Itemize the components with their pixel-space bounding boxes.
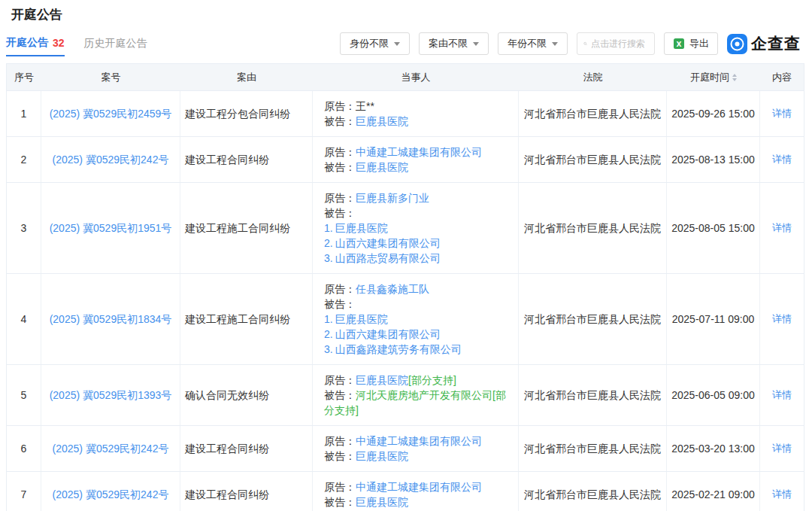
party-role-label: 原告： [324,435,356,447]
table-row: 4(2025) 冀0529民初1834号建设工程施工合同纠纷原告：任县鑫淼施工队… [7,274,804,365]
defendant-list-item: 1.巨鹿县医院 [324,312,388,327]
search-input[interactable] [591,38,648,49]
year-filter-dropdown[interactable]: 年份不限 [498,32,568,55]
party-link[interactable]: 巨鹿县医院 [356,450,408,462]
row-index: 1 [7,91,41,136]
defendant-list-item: 3.山西路志贸易有限公司 [324,251,441,266]
content-cell: 详情 [760,91,804,136]
identity-filter-label: 身份不限 [350,37,389,50]
party-role-label: 被告： [324,207,356,219]
detail-link[interactable]: 详情 [772,221,792,236]
court-cell: 河北省邢台市巨鹿县人民法院 [519,91,667,136]
header-content: 内容 [760,64,804,90]
header-court: 法院 [519,64,667,90]
header-hearing-time-label: 开庭时间 [690,71,729,84]
detail-link[interactable]: 详情 [772,152,792,167]
export-button[interactable]: X 导出 [664,32,718,55]
defendant-number: 3. [324,252,333,264]
party-role-label: 原告： [324,192,356,204]
case-number-cell: (2025) 冀0529民初242号 [41,137,180,182]
detail-link[interactable]: 详情 [772,487,792,502]
parties-cell: 原告：中通建工城建集团有限公司被告：巨鹿县医院 [313,137,519,182]
content-cell: 详情 [760,472,804,511]
chevron-down-icon [394,42,400,46]
party-line: 被告：巨鹿县医院 [324,449,408,464]
defendant-list-item: 1.巨鹿县医院 [324,221,388,236]
hearing-time-cell: 2025-09-26 15:00 [667,91,760,136]
case-number-link[interactable]: (2025) 冀0529民初2459号 [50,106,172,121]
party-link[interactable]: 巨鹿县医院 [356,374,408,386]
court-cell: 河北省邢台市巨鹿县人民法院 [519,183,667,273]
parties-cell: 原告：王**被告：巨鹿县医院 [313,91,519,136]
party-line: 原告：中通建工城建集团有限公司 [324,144,482,160]
detail-link[interactable]: 详情 [772,106,792,121]
case-number-link[interactable]: (2025) 冀0529民初242号 [53,441,169,456]
party-link[interactable]: 中通建工城建集团有限公司 [356,146,482,158]
party-role-label: 原告： [324,146,356,158]
party-line: 原告：中通建工城建集团有限公司 [324,479,482,494]
party-link[interactable]: 巨鹿县医院 [356,496,408,508]
defendant-number: 3. [324,343,333,355]
parties-cell: 原告：巨鹿县医院[部分支持]被告：河北天鹿房地产开发有限公司[部分支持] [313,365,519,425]
case-number-link[interactable]: (2025) 冀0529民初242号 [53,487,169,502]
party-link[interactable]: 山西六建集团有限公司 [335,328,441,340]
party-link[interactable]: 中通建工城建集团有限公司 [356,481,482,493]
case-number-cell: (2025) 冀0529民初2459号 [41,91,180,136]
party-role-label: 原告： [324,374,356,386]
defendant-list-item: 2.山西六建集团有限公司 [324,236,441,251]
header-index: 序号 [7,64,41,90]
party-line: 原告：巨鹿县医院[部分支持] [324,373,456,388]
toolbar: 开庭公告 32 历史开庭公告 身份不限 案由不限 年份不限 [6,31,806,56]
party-link[interactable]: 巨鹿县新多门业 [356,192,429,204]
party-link[interactable]: 中通建工城建集团有限公司 [356,435,482,447]
party-link[interactable]: 山西路志贸易有限公司 [335,252,441,264]
cause-cell: 建设工程分包合同纠纷 [180,91,313,136]
tabs: 开庭公告 32 历史开庭公告 [6,31,167,56]
chevron-down-icon [473,42,479,46]
sort-icon[interactable] [732,74,737,81]
defendant-number: 1. [324,313,333,325]
case-number-link[interactable]: (2025) 冀0529民初1834号 [50,312,172,327]
parties-cell: 原告：巨鹿县新多门业被告：1.巨鹿县医院2.山西六建集团有限公司3.山西路志贸易… [313,183,519,273]
cause-filter-dropdown[interactable]: 案由不限 [419,32,489,55]
case-number-link[interactable]: (2025) 冀0529民初1951号 [50,221,172,236]
party-link[interactable]: 巨鹿县医院 [356,115,408,127]
case-number-link[interactable]: (2025) 冀0529民初1393号 [50,388,172,403]
party-link[interactable]: 巨鹿县医院 [335,222,388,234]
table-row: 5(2025) 冀0529民初1393号确认合同无效纠纷原告：巨鹿县医院[部分支… [7,365,804,426]
hearing-time-cell: 2025-06-05 09:00 [667,365,760,425]
party-link[interactable]: 巨鹿县医院 [356,161,408,173]
header-hearing-time[interactable]: 开庭时间 [667,64,760,90]
row-index: 6 [7,426,41,471]
search-box[interactable] [577,32,655,55]
identity-filter-dropdown[interactable]: 身份不限 [340,32,410,55]
row-index: 7 [7,472,41,511]
party-role-label: 原告： [324,100,356,112]
court-cell: 河北省邢台市巨鹿县人民法院 [519,472,667,511]
case-number-link[interactable]: (2025) 冀0529民初242号 [53,152,169,167]
header-case-number: 案号 [41,64,180,90]
party-role-label: 被告： [324,298,356,310]
party-link[interactable]: 山西鑫路建筑劳务有限公司 [335,343,462,355]
case-number-cell: (2025) 冀0529民初1951号 [41,183,180,273]
party-link[interactable]: 山西六建集团有限公司 [335,237,441,249]
detail-link[interactable]: 详情 [772,312,792,327]
tab-label: 开庭公告 [6,36,48,50]
tab-history-hearing-announcements[interactable]: 历史开庭公告 [84,31,147,56]
court-cell: 河北省邢台市巨鹿县人民法院 [519,426,667,471]
detail-link[interactable]: 详情 [772,441,792,456]
qichacha-logo[interactable]: 企查查 [727,33,801,54]
hearing-announcements-table: 序号 案号 案由 当事人 法院 开庭时间 内容 1(2025) 冀0529民初2… [6,63,804,511]
case-number-cell: (2025) 冀0529民初1834号 [41,274,180,364]
party-role-label: 原告： [324,283,356,295]
party-link[interactable]: 任县鑫淼施工队 [356,283,429,295]
tab-hearing-announcements[interactable]: 开庭公告 32 [6,31,65,56]
court-cell: 河北省邢台市巨鹿县人民法院 [519,137,667,182]
case-number-cell: (2025) 冀0529民初1393号 [41,365,180,425]
table-row: 3(2025) 冀0529民初1951号建设工程施工合同纠纷原告：巨鹿县新多门业… [7,183,804,274]
party-role-label: 被告： [324,496,356,508]
party-line: 原告：任县鑫淼施工队 [324,281,429,297]
detail-link[interactable]: 详情 [772,388,792,403]
court-cell: 河北省邢台市巨鹿县人民法院 [519,274,667,364]
party-link[interactable]: 巨鹿县医院 [335,313,388,325]
